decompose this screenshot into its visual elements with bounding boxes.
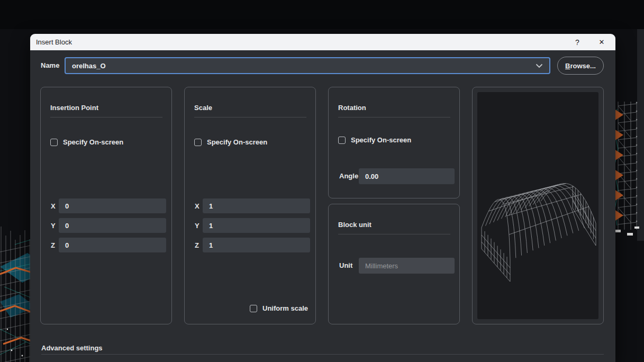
checkbox-icon[interactable] <box>338 137 346 144</box>
rotation-group: Rotation Specify On-screen Angle <box>328 87 460 198</box>
insertion-point-title: Insertion Point <box>50 104 98 112</box>
block-preview-panel <box>472 87 604 324</box>
checkbox-label: Uniform scale <box>262 304 308 312</box>
unit-label: Unit <box>339 261 352 269</box>
rotation-specify-onscreen-checkbox[interactable]: Specify On-screen <box>338 136 411 144</box>
advanced-settings-toggle[interactable]: Advanced settings <box>41 344 103 352</box>
unit-field <box>359 258 455 274</box>
dialog-titlebar[interactable]: Insert Block ? ✕ <box>30 34 615 50</box>
chevron-down-icon[interactable] <box>536 64 543 68</box>
angle-label: Angle <box>339 172 358 180</box>
scale-specify-onscreen-checkbox[interactable]: Specify On-screen <box>194 138 267 146</box>
checkbox-label: Specify On-screen <box>63 138 123 146</box>
y-label: Y <box>51 222 56 230</box>
advanced-settings-divider <box>41 354 604 355</box>
insertion-y-input[interactable] <box>59 218 166 233</box>
block-unit-group: Block unit Unit <box>328 204 460 324</box>
block-unit-title: Block unit <box>338 221 371 229</box>
scale-y-input[interactable] <box>203 218 310 233</box>
viewport-black-strip <box>0 0 644 29</box>
group-divider <box>194 117 306 117</box>
insertion-x-input[interactable] <box>59 198 166 213</box>
browse-label: rowse... <box>570 62 595 70</box>
z-label: Z <box>51 241 55 249</box>
group-divider <box>50 117 162 117</box>
insertion-z-input[interactable] <box>59 238 166 252</box>
block-preview-canvas <box>477 92 598 319</box>
block-preview-wireframe <box>477 92 598 319</box>
z-label: Z <box>195 241 199 249</box>
cad-viewport-background: Insert Block ? ✕ Name orelhas_O Browse..… <box>0 0 644 362</box>
name-label: Name <box>41 61 59 69</box>
block-name-value: orelhas_O <box>72 62 106 70</box>
checkbox-icon[interactable] <box>250 305 257 312</box>
rotation-title: Rotation <box>338 104 366 112</box>
insert-block-dialog: Insert Block ? ✕ Name orelhas_O Browse..… <box>30 34 615 362</box>
angle-input[interactable] <box>359 168 455 184</box>
checkbox-label: Specify On-screen <box>351 136 411 144</box>
uniform-scale-checkbox[interactable]: Uniform scale <box>250 304 308 312</box>
help-button[interactable]: ? <box>565 34 589 50</box>
scale-title: Scale <box>194 104 212 112</box>
browse-button[interactable]: Browse... <box>557 57 604 75</box>
scale-group: Scale Specify On-screen X Y Z Uniform sc… <box>184 87 316 324</box>
scale-x-input[interactable] <box>203 198 310 213</box>
checkbox-icon[interactable] <box>194 139 202 146</box>
insertion-specify-onscreen-checkbox[interactable]: Specify On-screen <box>50 138 123 146</box>
checkbox-icon[interactable] <box>50 139 58 146</box>
close-icon[interactable]: ✕ <box>589 34 614 50</box>
dialog-title: Insert Block <box>36 38 72 46</box>
y-label: Y <box>195 222 199 230</box>
x-label: X <box>51 202 56 210</box>
insertion-point-group: Insertion Point Specify On-screen X Y Z <box>40 87 172 324</box>
scale-z-input[interactable] <box>203 238 310 252</box>
group-divider <box>338 234 450 234</box>
block-name-combobox[interactable]: orelhas_O <box>65 57 550 74</box>
x-label: X <box>195 202 199 210</box>
checkbox-label: Specify On-screen <box>207 138 267 146</box>
group-divider <box>338 117 450 117</box>
